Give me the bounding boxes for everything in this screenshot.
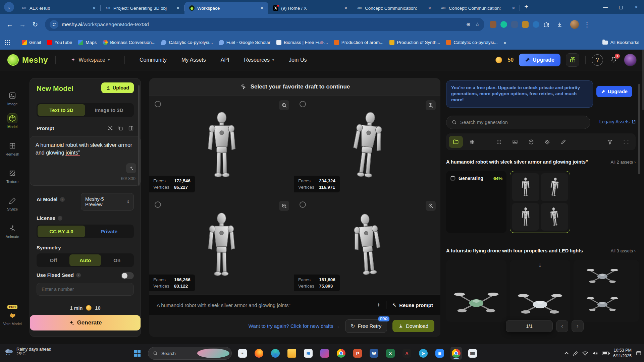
extension-icon[interactable] [490,21,496,28]
new-drafts-link[interactable]: Want to try again? Click for new drafts … [249,323,340,329]
rail-remesh[interactable]: Remesh [3,141,22,156]
ai-model-select[interactable]: Meshy-5 Preview ▲▼ [81,193,134,210]
bookmark-gmail[interactable]: Gmail [20,39,43,46]
license-private[interactable]: Private [85,226,133,237]
tab-text-to-3d[interactable]: Text to 3D [38,104,85,116]
zoom-preview-button[interactable] [426,201,436,211]
tab-close-icon[interactable]: × [91,5,97,11]
panel-scrollbar[interactable] [138,85,140,186]
license-cc-by[interactable]: CC BY 4.0 [38,226,85,237]
seed-toggle[interactable] [121,272,134,279]
info-icon[interactable]: i [58,216,62,221]
filter-all-types[interactable] [492,136,506,148]
bookmark-star-icon[interactable]: ☆ [475,21,480,27]
draft-radio[interactable] [155,101,161,107]
bookmark-production-arom[interactable]: Production of arom... [332,39,385,46]
wifi-icon[interactable] [582,351,588,356]
rail-texture[interactable]: Texture [3,168,22,184]
zoom-preview-button[interactable] [426,100,436,110]
bookmark-fuel-scholar[interactable]: Fuel - Google Scholar [217,39,272,46]
bookmarks-overflow-icon[interactable]: » [502,40,508,45]
browser-profile-avatar[interactable] [570,20,579,29]
drone-asset-card-2[interactable]: ⇣ [510,260,570,322]
draft-card-1[interactable]: Faces172,546 Vertices86,227 [149,96,294,196]
symmetry-on[interactable]: On [101,254,133,266]
rail-animate[interactable]: Animate [3,223,22,239]
bookmark-biomass-free[interactable]: Biomass | Free Full-... [274,39,330,46]
draft-card-4[interactable]: Faces151,806 Vertices75,893 [294,196,440,295]
tab-close-icon[interactable]: × [175,5,181,11]
upload-button[interactable]: Upload [101,82,134,93]
bookmark-production-synth[interactable]: Production of Synth... [387,39,442,46]
prompt-selector[interactable]: ▲▼ [377,303,380,307]
nav-resources[interactable]: Resources▾ [244,57,274,63]
bookmark-maps[interactable]: Maps [76,39,99,46]
copy-icon[interactable] [118,125,123,131]
taskbar-file-explorer[interactable] [286,347,298,360]
taskbar-media-player[interactable]: ⌨ [467,347,478,360]
downloads-icon[interactable] [557,22,566,27]
selected-asset-card[interactable] [510,171,570,233]
upgrade-button[interactable]: Upgrade [519,54,560,66]
taskbar-store[interactable]: ⊞ [303,347,314,360]
bookmark-catalytic-1[interactable]: Catalytic co-pyrolysi... [159,39,215,46]
tab-project-3d[interactable]: al× Project: Generating 3D obj × [101,2,184,14]
draft-radio[interactable] [300,201,306,208]
gift-button[interactable] [566,53,579,67]
apps-grid-icon[interactable] [5,40,10,45]
reuse-prompt-button[interactable]: ↖ Reuse prompt [392,302,433,308]
prev-page-button[interactable]: ‹ [556,320,568,332]
filter-folder-view[interactable] [449,136,463,148]
filter-animations[interactable] [556,136,570,148]
symmetry-off[interactable]: Off [38,254,69,266]
seed-input[interactable] [37,283,134,296]
info-icon[interactable]: i [76,273,81,278]
enhance-prompt-button[interactable] [126,163,136,173]
extension-icon[interactable] [511,21,518,28]
page-scrollbar[interactable] [642,50,644,110]
draft-radio[interactable] [300,101,306,107]
rail-stylize[interactable]: Stylize [3,196,22,211]
taskbar-chrome[interactable] [335,347,347,360]
tab-close-icon[interactable]: × [259,5,265,11]
symmetry-auto[interactable]: Auto [69,254,101,266]
volume-icon[interactable] [592,351,598,356]
tab-close-icon[interactable]: × [343,5,349,11]
extension-icon[interactable] [533,21,539,28]
grammarly-icon[interactable] [500,21,507,28]
taskbar-powerpoint[interactable]: P [352,347,363,360]
taskbar-acrobat[interactable]: A [401,347,413,360]
shuffle-icon[interactable] [107,125,113,131]
extensions-puzzle-icon[interactable] [543,22,553,27]
install-icon[interactable]: ⊕ [466,21,471,27]
taskbar-edge[interactable] [270,347,281,360]
tab-concept-2[interactable]: al× Concept: Communication: × [436,2,520,14]
robot-thumb[interactable] [541,173,568,201]
reload-icon[interactable]: ↻ [29,20,42,28]
forward-icon[interactable]: → [16,21,29,28]
notifications-button[interactable]: 1 [608,55,619,65]
zoom-preview-button[interactable] [279,100,289,110]
asset-search-input[interactable] [460,120,585,125]
all-assets-link-1[interactable]: All 2 assets › [611,160,636,165]
site-info-icon[interactable] [50,20,58,29]
fullscreen-icon[interactable] [619,136,633,148]
generating-task-card[interactable]: Generating 64% [446,171,506,233]
meshy-logo[interactable]: Meshy [7,54,48,66]
asset-search[interactable] [446,116,590,129]
tab-search-button[interactable]: ⌄ [4,2,14,12]
nav-api[interactable]: API [221,57,229,63]
legacy-assets-link[interactable]: Legacy Assets [599,119,636,124]
free-retry-button[interactable]: ↻ Free Retry PRO [345,319,387,333]
back-icon[interactable]: ← [3,21,16,28]
tab-image-to-3d[interactable]: Image to 3D [85,104,133,116]
tab-close-icon[interactable]: × [511,5,517,11]
taskbar-word[interactable]: W [368,347,380,360]
tab-close-icon[interactable]: × [427,5,433,11]
nav-my-assets[interactable]: My Assets [181,57,206,63]
filter-grid-view[interactable] [465,136,479,148]
tab-concept-1[interactable]: al× Concept: Communication: × [352,2,436,14]
tab-workspace-active[interactable]: ◉ Workspace × [184,2,268,14]
notification-center-icon[interactable] [636,351,641,356]
robot-thumb[interactable] [541,203,568,231]
